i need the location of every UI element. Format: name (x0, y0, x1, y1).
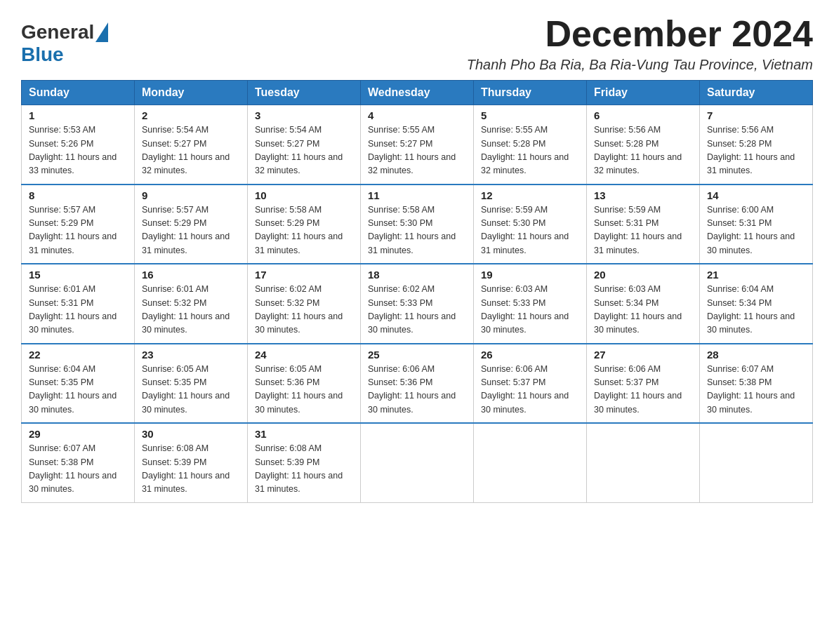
day-number: 9 (142, 189, 240, 201)
day-number: 14 (707, 189, 805, 201)
day-number: 16 (142, 269, 240, 281)
day-detail: Sunrise: 6:05 AMSunset: 5:36 PMDaylight:… (255, 363, 353, 417)
day-number: 3 (255, 109, 353, 121)
day-number: 21 (707, 269, 805, 281)
day-cell: 19 Sunrise: 6:03 AMSunset: 5:33 PMDaylig… (474, 264, 587, 344)
day-detail: Sunrise: 6:04 AMSunset: 5:35 PMDaylight:… (29, 363, 127, 417)
day-cell: 26 Sunrise: 6:06 AMSunset: 5:37 PMDaylig… (474, 344, 587, 424)
day-detail: Sunrise: 6:03 AMSunset: 5:34 PMDaylight:… (594, 283, 692, 337)
logo-triangle-icon (95, 22, 108, 42)
day-cell: 4 Sunrise: 5:55 AMSunset: 5:27 PMDayligh… (361, 105, 474, 185)
day-cell: 25 Sunrise: 6:06 AMSunset: 5:36 PMDaylig… (361, 344, 474, 424)
day-number: 5 (481, 109, 579, 121)
day-detail: Sunrise: 6:04 AMSunset: 5:34 PMDaylight:… (707, 283, 805, 337)
day-detail: Sunrise: 6:08 AMSunset: 5:39 PMDaylight:… (255, 442, 353, 497)
day-cell: 8 Sunrise: 5:57 AMSunset: 5:29 PMDayligh… (22, 185, 135, 264)
day-detail: Sunrise: 5:56 AMSunset: 5:28 PMDaylight:… (707, 123, 805, 178)
logo-general-text: General (21, 21, 94, 43)
day-cell (361, 423, 474, 502)
day-cell (587, 423, 700, 502)
day-number: 31 (255, 428, 353, 440)
day-number: 8 (29, 189, 127, 201)
day-detail: Sunrise: 5:53 AMSunset: 5:26 PMDaylight:… (29, 123, 127, 178)
day-cell (474, 423, 587, 502)
day-number: 24 (255, 349, 353, 361)
day-number: 17 (255, 269, 353, 281)
header-wednesday: Wednesday (361, 81, 474, 105)
day-number: 26 (481, 349, 579, 361)
day-cell: 15 Sunrise: 6:01 AMSunset: 5:31 PMDaylig… (22, 264, 135, 344)
day-detail: Sunrise: 5:55 AMSunset: 5:27 PMDaylight:… (368, 123, 466, 178)
day-detail: Sunrise: 6:01 AMSunset: 5:32 PMDaylight:… (142, 283, 240, 337)
day-detail: Sunrise: 6:06 AMSunset: 5:36 PMDaylight:… (368, 363, 466, 417)
day-cell: 14 Sunrise: 6:00 AMSunset: 5:31 PMDaylig… (700, 185, 813, 264)
day-cell: 24 Sunrise: 6:05 AMSunset: 5:36 PMDaylig… (248, 344, 361, 424)
day-detail: Sunrise: 5:54 AMSunset: 5:27 PMDaylight:… (255, 123, 353, 178)
title-block: December 2024 Thanh Pho Ba Ria, Ba Ria-V… (467, 14, 813, 73)
page-header: General Blue December 2024 Thanh Pho Ba … (21, 14, 813, 73)
day-cell: 28 Sunrise: 6:07 AMSunset: 5:38 PMDaylig… (700, 344, 813, 424)
header-monday: Monday (135, 81, 248, 105)
location-subtitle: Thanh Pho Ba Ria, Ba Ria-Vung Tau Provin… (467, 57, 813, 73)
day-number: 12 (481, 189, 579, 201)
month-title: December 2024 (467, 14, 813, 54)
day-cell: 22 Sunrise: 6:04 AMSunset: 5:35 PMDaylig… (22, 344, 135, 424)
day-detail: Sunrise: 6:06 AMSunset: 5:37 PMDaylight:… (481, 363, 579, 417)
day-detail: Sunrise: 6:06 AMSunset: 5:37 PMDaylight:… (594, 363, 692, 417)
day-cell: 23 Sunrise: 6:05 AMSunset: 5:35 PMDaylig… (135, 344, 248, 424)
day-cell: 21 Sunrise: 6:04 AMSunset: 5:34 PMDaylig… (700, 264, 813, 344)
day-cell: 5 Sunrise: 5:55 AMSunset: 5:28 PMDayligh… (474, 105, 587, 185)
week-row-1: 1 Sunrise: 5:53 AMSunset: 5:26 PMDayligh… (22, 105, 813, 185)
day-detail: Sunrise: 5:58 AMSunset: 5:30 PMDaylight:… (368, 203, 466, 258)
weekday-header-row: Sunday Monday Tuesday Wednesday Thursday… (22, 81, 813, 105)
day-detail: Sunrise: 5:54 AMSunset: 5:27 PMDaylight:… (142, 123, 240, 178)
header-thursday: Thursday (474, 81, 587, 105)
logo: General Blue (21, 21, 108, 66)
day-number: 11 (368, 189, 466, 201)
day-cell: 3 Sunrise: 5:54 AMSunset: 5:27 PMDayligh… (248, 105, 361, 185)
day-detail: Sunrise: 6:07 AMSunset: 5:38 PMDaylight:… (707, 363, 805, 417)
day-cell: 13 Sunrise: 5:59 AMSunset: 5:31 PMDaylig… (587, 185, 700, 264)
day-detail: Sunrise: 5:57 AMSunset: 5:29 PMDaylight:… (29, 203, 127, 258)
day-number: 29 (29, 428, 127, 440)
day-number: 6 (594, 109, 692, 121)
day-detail: Sunrise: 5:57 AMSunset: 5:29 PMDaylight:… (142, 203, 240, 258)
day-detail: Sunrise: 6:02 AMSunset: 5:33 PMDaylight:… (368, 283, 466, 337)
day-number: 25 (368, 349, 466, 361)
day-cell: 16 Sunrise: 6:01 AMSunset: 5:32 PMDaylig… (135, 264, 248, 344)
day-cell: 1 Sunrise: 5:53 AMSunset: 5:26 PMDayligh… (22, 105, 135, 185)
day-cell: 6 Sunrise: 5:56 AMSunset: 5:28 PMDayligh… (587, 105, 700, 185)
day-detail: Sunrise: 6:02 AMSunset: 5:32 PMDaylight:… (255, 283, 353, 337)
day-number: 15 (29, 269, 127, 281)
week-row-4: 22 Sunrise: 6:04 AMSunset: 5:35 PMDaylig… (22, 344, 813, 424)
day-cell: 10 Sunrise: 5:58 AMSunset: 5:29 PMDaylig… (248, 185, 361, 264)
header-friday: Friday (587, 81, 700, 105)
day-number: 1 (29, 109, 127, 121)
day-detail: Sunrise: 5:58 AMSunset: 5:29 PMDaylight:… (255, 203, 353, 258)
day-cell: 11 Sunrise: 5:58 AMSunset: 5:30 PMDaylig… (361, 185, 474, 264)
day-cell: 29 Sunrise: 6:07 AMSunset: 5:38 PMDaylig… (22, 423, 135, 502)
day-number: 20 (594, 269, 692, 281)
day-cell: 17 Sunrise: 6:02 AMSunset: 5:32 PMDaylig… (248, 264, 361, 344)
day-number: 30 (142, 428, 240, 440)
week-row-5: 29 Sunrise: 6:07 AMSunset: 5:38 PMDaylig… (22, 423, 813, 502)
day-detail: Sunrise: 6:05 AMSunset: 5:35 PMDaylight:… (142, 363, 240, 417)
day-number: 13 (594, 189, 692, 201)
day-number: 27 (594, 349, 692, 361)
day-detail: Sunrise: 5:59 AMSunset: 5:30 PMDaylight:… (481, 203, 579, 258)
logo-blue-text: Blue (21, 43, 64, 66)
day-number: 7 (707, 109, 805, 121)
day-cell: 18 Sunrise: 6:02 AMSunset: 5:33 PMDaylig… (361, 264, 474, 344)
day-number: 2 (142, 109, 240, 121)
day-cell: 7 Sunrise: 5:56 AMSunset: 5:28 PMDayligh… (700, 105, 813, 185)
header-sunday: Sunday (22, 81, 135, 105)
day-number: 18 (368, 269, 466, 281)
day-number: 23 (142, 349, 240, 361)
week-row-2: 8 Sunrise: 5:57 AMSunset: 5:29 PMDayligh… (22, 185, 813, 264)
day-number: 28 (707, 349, 805, 361)
day-cell: 27 Sunrise: 6:06 AMSunset: 5:37 PMDaylig… (587, 344, 700, 424)
day-number: 22 (29, 349, 127, 361)
day-cell: 12 Sunrise: 5:59 AMSunset: 5:30 PMDaylig… (474, 185, 587, 264)
day-cell: 2 Sunrise: 5:54 AMSunset: 5:27 PMDayligh… (135, 105, 248, 185)
day-detail: Sunrise: 6:00 AMSunset: 5:31 PMDaylight:… (707, 203, 805, 258)
